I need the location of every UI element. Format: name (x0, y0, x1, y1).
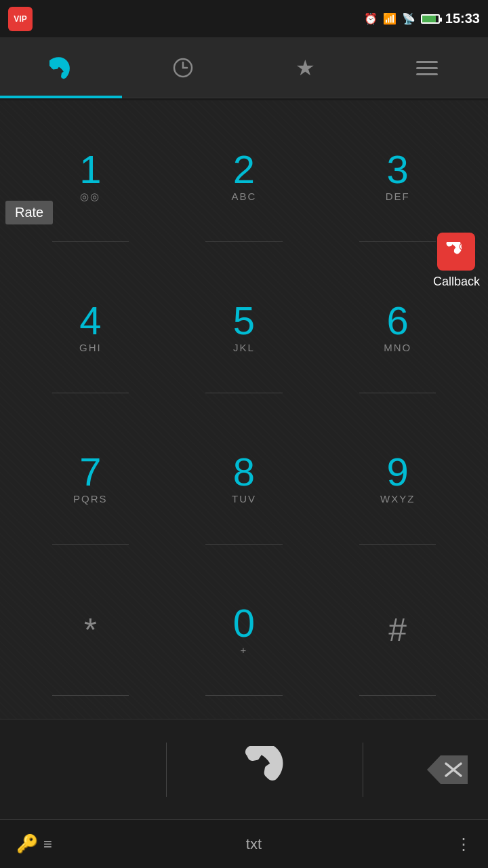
key-number: # (388, 614, 407, 646)
dial-key-9[interactable]: 9WXYZ (321, 403, 474, 554)
bottom-nav: 🔑 ≡ txt ⋮ (0, 819, 488, 868)
key-letters: DEF (386, 191, 410, 202)
dial-key-1[interactable]: 1◎◎ (14, 100, 167, 252)
right-divider (363, 743, 363, 797)
key-letters: JKL (233, 342, 255, 353)
key-number: 9 (387, 452, 409, 492)
tab-dialpad[interactable] (0, 37, 122, 98)
key-plus: + (241, 644, 248, 656)
svg-rect-1 (416, 61, 438, 63)
status-bar: VIP ⏰ 📶 📡 15:33 (0, 0, 488, 37)
key-number: 4 (79, 301, 101, 340)
key-letters: PQRS (73, 493, 108, 505)
dial-key-#[interactable]: # (321, 554, 474, 705)
tab-bar: ★ (0, 37, 488, 98)
key-number: 1 (79, 150, 101, 189)
dial-key-*[interactable]: * (14, 554, 167, 705)
key-letters: GHI (79, 342, 102, 353)
key-number: * (84, 614, 97, 646)
key-number: 6 (387, 301, 409, 340)
action-bar (0, 719, 488, 819)
signal-icon: 📡 (402, 12, 415, 25)
dial-key-3[interactable]: 3DEF (321, 100, 474, 252)
vip-icon: VIP (8, 7, 33, 31)
key-number: 0 (233, 604, 255, 643)
nav-menu-icon[interactable]: ⋮ (455, 835, 472, 854)
key-number: 8 (233, 452, 255, 492)
key-number: 3 (387, 150, 409, 189)
nav-txt-label[interactable]: txt (246, 835, 262, 853)
svg-rect-3 (416, 73, 438, 75)
alarm-icon: ⏰ (364, 12, 378, 25)
tab-recents[interactable] (122, 37, 244, 98)
dial-key-7[interactable]: 7PQRS (14, 403, 167, 554)
nav-left-icons: 🔑 ≡ (16, 833, 52, 854)
key-letters: MNO (384, 342, 411, 353)
svg-rect-2 (416, 67, 438, 69)
key-letters: TUV (232, 493, 256, 505)
key-number: 7 (79, 452, 101, 492)
dialpad-area: Rate @ Callback 1◎◎2ABC3DEF4GHI5JKL6MNO7… (0, 100, 488, 719)
key-letters: ◎◎ (80, 191, 100, 203)
dial-key-2[interactable]: 2ABC (167, 100, 321, 252)
dial-key-4[interactable]: 4GHI (14, 252, 167, 403)
status-time: 15:33 (445, 11, 480, 26)
call-button[interactable] (230, 736, 298, 804)
delete-button[interactable] (427, 755, 468, 784)
dial-key-0[interactable]: 0+ (167, 554, 321, 705)
dialpad-grid: 1◎◎2ABC3DEF4GHI5JKL6MNO7PQRS8TUV9WXYZ*0+… (0, 100, 488, 719)
key-letters: WXYZ (380, 493, 415, 505)
lines-icon: ≡ (43, 835, 52, 853)
dial-key-5[interactable]: 5JKL (167, 252, 321, 403)
battery-icon (421, 14, 440, 24)
key-number: 5 (233, 301, 255, 340)
key-number: 2 (233, 150, 255, 189)
dial-key-6[interactable]: 6MNO (321, 252, 474, 403)
tab-contacts[interactable] (366, 37, 488, 98)
tab-favorites[interactable]: ★ (244, 37, 366, 98)
left-divider (166, 743, 167, 797)
dial-key-8[interactable]: 8TUV (167, 403, 321, 554)
rate-button[interactable]: Rate (5, 201, 53, 224)
wifi-icon: 📶 (383, 12, 396, 25)
key-letters: ABC (232, 191, 257, 202)
key-icon: 🔑 (16, 833, 38, 854)
